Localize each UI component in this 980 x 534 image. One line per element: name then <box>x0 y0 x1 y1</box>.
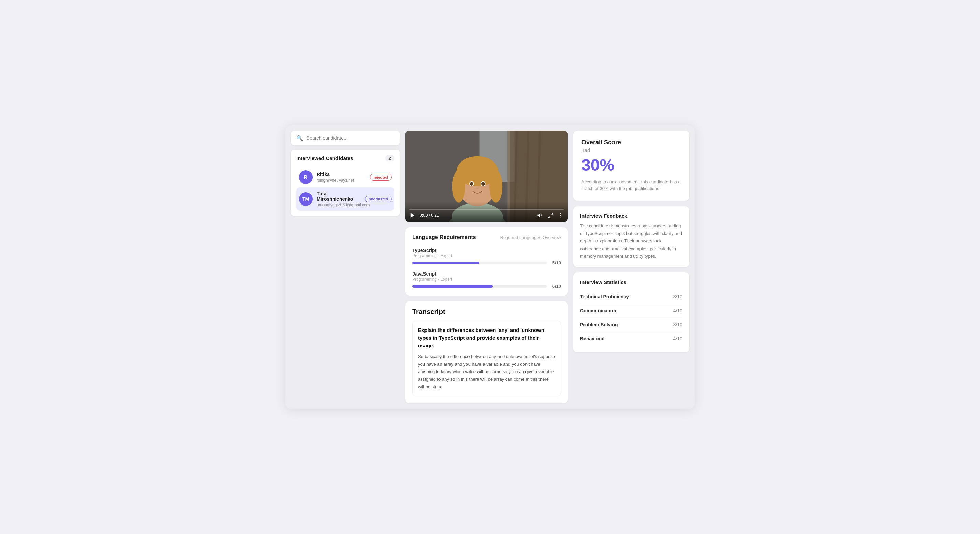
stat-item-problem-solving: Problem Solving 3/10 <box>580 318 682 332</box>
time-display: 0:00 / 0:21 <box>420 213 533 218</box>
stat-name-behavioral: Behavioral <box>580 336 605 341</box>
lang-score-javascript: 6/10 <box>551 284 561 289</box>
lang-bar-row-javascript: 6/10 <box>412 284 561 289</box>
lang-bar-bg-typescript <box>412 261 547 264</box>
overall-score-card: Overall Score Bad 30% According to our a… <box>573 131 689 201</box>
svg-point-13 <box>489 170 502 202</box>
progress-bar[interactable] <box>409 209 564 210</box>
lang-bar-bg-javascript <box>412 285 547 288</box>
candidate-name-tina: Tina Miroshnichenko <box>317 191 361 202</box>
question-text: Explain the differences between 'any' an… <box>418 327 555 350</box>
answer-text: So basically the difference between any … <box>418 353 555 391</box>
feedback-card: Interview Feedback The candidate demonst… <box>573 206 689 267</box>
volume-button[interactable] <box>537 212 543 218</box>
candidates-count: 2 <box>385 155 395 161</box>
lang-bar-fill-typescript <box>412 261 479 264</box>
transcript-title: Transcript <box>412 308 561 316</box>
transcript-section: Transcript Explain the differences betwe… <box>406 301 568 403</box>
score-label: Bad <box>581 148 681 153</box>
right-panel: Overall Score Bad 30% According to our a… <box>573 131 689 403</box>
video-controls: 0:00 / 0:21 <box>406 202 568 222</box>
app-container: 🔍 Interviewed Candidates 2 R Ritika rsin… <box>285 125 695 409</box>
transcript-question-card: Explain the differences between 'any' an… <box>412 320 561 396</box>
candidates-panel: Interviewed Candidates 2 R Ritika rsingh… <box>291 150 400 216</box>
stat-score-problem-solving: 3/10 <box>673 322 682 327</box>
svg-point-18 <box>476 187 479 189</box>
stat-name-problem-solving: Problem Solving <box>580 322 617 327</box>
language-item-typescript: TypeScript Programming - Expert 5/10 <box>412 247 561 265</box>
stat-item-behavioral: Behavioral 4/10 <box>580 332 682 346</box>
lang-level-javascript: Programming - Expert <box>412 277 561 282</box>
fullscreen-button[interactable] <box>547 212 554 218</box>
avatar-tina: TM <box>299 192 313 206</box>
language-card-header: Language Requirements Required Languages… <box>412 234 561 241</box>
language-requirements-card: Language Requirements Required Languages… <box>406 227 568 296</box>
feedback-title: Interview Feedback <box>580 213 682 219</box>
svg-marker-19 <box>411 214 415 218</box>
candidate-email-tina: umangtyagi7060@gmail.com <box>317 202 361 207</box>
badge-rejected-ritika: rejected <box>370 174 392 181</box>
score-percentage: 30% <box>581 156 681 174</box>
language-card-subtitle: Required Languages Overview <box>500 235 561 240</box>
candidate-name-ritika: Ritika <box>317 172 366 177</box>
lang-info-typescript: TypeScript Programming - Expert <box>412 247 561 258</box>
candidates-title: Interviewed Candidates <box>296 155 353 161</box>
svg-point-24 <box>560 217 561 218</box>
svg-point-22 <box>560 214 561 214</box>
search-input[interactable] <box>306 135 395 141</box>
stats-card: Interview Statistics Technical Proficien… <box>573 273 689 352</box>
svg-point-23 <box>560 215 561 216</box>
stat-score-communication: 4/10 <box>673 308 682 314</box>
lang-bar-row-typescript: 5/10 <box>412 260 561 265</box>
candidate-item-tina[interactable]: TM Tina Miroshnichenko umangtyagi7060@gm… <box>296 187 395 210</box>
score-title: Overall Score <box>581 139 681 146</box>
stat-item-technical: Technical Proficiency 3/10 <box>580 290 682 304</box>
svg-point-16 <box>470 182 473 186</box>
avatar-ritika: R <box>299 171 313 184</box>
stats-title: Interview Statistics <box>580 279 682 285</box>
controls-row: 0:00 / 0:21 <box>409 212 564 218</box>
play-button[interactable] <box>409 212 415 218</box>
lang-name-typescript: TypeScript <box>412 247 436 253</box>
svg-point-17 <box>482 182 485 186</box>
stat-score-behavioral: 4/10 <box>673 336 682 341</box>
lang-score-typescript: 5/10 <box>551 260 561 265</box>
svg-point-12 <box>452 170 465 202</box>
stat-score-technical: 3/10 <box>673 294 682 300</box>
svg-line-20 <box>551 214 553 215</box>
stat-name-technical: Technical Proficiency <box>580 294 629 300</box>
candidate-info-tina: Tina Miroshnichenko umangtyagi7060@gmail… <box>317 191 361 207</box>
candidates-header: Interviewed Candidates 2 <box>296 155 395 161</box>
more-button[interactable] <box>558 212 564 218</box>
candidate-info-ritika: Ritika rsingh@neuvays.net <box>317 172 366 183</box>
language-item-javascript: JavaScript Programming - Expert 6/10 <box>412 271 561 289</box>
stat-item-communication: Communication 4/10 <box>580 304 682 318</box>
video-player[interactable]: 0:00 / 0:21 <box>406 131 568 222</box>
svg-line-21 <box>548 216 550 218</box>
badge-shortlisted-tina: shortlisted <box>365 196 392 202</box>
stat-name-communication: Communication <box>580 308 616 314</box>
language-card-title: Language Requirements <box>412 234 476 241</box>
candidate-item-ritika[interactable]: R Ritika rsingh@neuvays.net rejected <box>296 167 395 187</box>
lang-bar-fill-javascript <box>412 285 493 288</box>
score-description: According to our assessment, this candid… <box>581 179 681 193</box>
search-bar: 🔍 <box>291 131 400 145</box>
candidate-email-ritika: rsingh@neuvays.net <box>317 178 366 183</box>
middle-panel: 0:00 / 0:21 <box>406 131 568 403</box>
search-icon: 🔍 <box>296 135 303 141</box>
lang-name-javascript: JavaScript <box>412 271 436 277</box>
feedback-text: The candidate demonstrates a basic under… <box>580 222 682 260</box>
lang-info-javascript: JavaScript Programming - Expert <box>412 271 561 282</box>
lang-level-typescript: Programming - Expert <box>412 253 561 258</box>
left-panel: 🔍 Interviewed Candidates 2 R Ritika rsin… <box>291 131 400 403</box>
